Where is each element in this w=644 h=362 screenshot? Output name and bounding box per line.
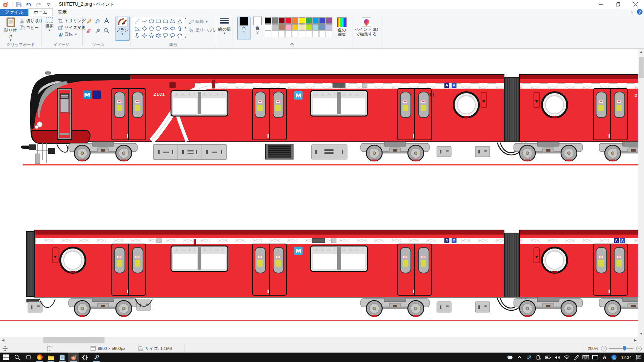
palette-empty-3[interactable] [285,31,292,37]
language-sphere-icon[interactable] [609,353,618,362]
line-width-button[interactable]: 線の幅 ▼ [217,17,232,35]
taskbar-paint[interactable] [68,353,79,362]
palette-swatch-6[interactable] [306,24,312,31]
taskbar-steam[interactable] [91,353,102,362]
palette-swatch-5[interactable] [299,24,305,31]
redo-icon[interactable] [35,1,42,8]
color2-button[interactable]: 色2 [251,17,264,39]
battery-icon[interactable] [543,353,552,362]
volume-icon[interactable] [553,353,562,362]
select-button[interactable]: 選択 ▼ [43,17,56,32]
palette-empty-2[interactable] [278,31,285,37]
palette-empty-9[interactable] [326,31,332,37]
ime-mode-icon[interactable]: A [600,353,609,362]
shape-rounded-rectangle[interactable] [163,18,169,25]
palette-empty-0[interactable] [265,31,271,37]
vertical-scrollbar[interactable]: ▲ ▼ [638,49,644,337]
shape-left-arrow[interactable] [170,26,176,32]
palette-swatch-8[interactable] [319,17,326,24]
minimize-button[interactable] [592,0,609,9]
task-view-button[interactable] [23,353,34,362]
zoom-slider-thumb[interactable] [623,346,626,351]
scroll-left-icon[interactable]: ◀ [0,337,6,343]
taskbar-firefox[interactable] [34,353,45,362]
shape-hexagon[interactable] [155,26,161,32]
pencil-button[interactable] [86,18,92,25]
shapes-scroll-down-icon[interactable]: ▼ [184,26,187,29]
palette-empty-7[interactable] [312,31,319,37]
palette-empty-4[interactable] [292,31,298,37]
restore-button[interactable] [609,0,627,9]
paste-button[interactable]: 貼り付け ▼ [3,17,18,41]
scroll-up-icon[interactable]: ▲ [638,49,644,55]
shape-rounded-callout[interactable] [163,33,169,39]
tab-view[interactable]: 表示 [53,9,72,16]
shape-down-arrow[interactable] [134,33,140,39]
paint-canvas[interactable]: 2101 2 [0,49,638,337]
palette-empty-1[interactable] [272,31,278,37]
usb-device-icon[interactable] [534,353,543,362]
shape-triangle[interactable] [177,18,183,25]
magnifier-button[interactable] [104,28,109,34]
tab-home[interactable]: ホーム [28,8,53,16]
scroll-right-icon[interactable]: ▶ [632,337,638,343]
shape-oval[interactable] [148,18,154,25]
shapes-more-icon[interactable]: ▼ [184,36,187,38]
brush-button[interactable]: ブラシ ▼ [115,17,130,41]
palette-swatch-7[interactable] [312,17,319,24]
color1-button[interactable]: 色1 [237,17,251,40]
wifi-icon[interactable] [562,353,571,362]
taskbar-settings[interactable] [79,353,91,362]
save-icon[interactable] [15,1,22,8]
start-button[interactable] [0,353,11,362]
palette-empty-6[interactable] [306,31,312,37]
pen-icon[interactable] [572,353,581,362]
palette-swatch-9[interactable] [326,17,332,24]
palette-swatch-4[interactable] [292,24,298,31]
shape-diamond[interactable] [141,26,147,32]
scroll-down-icon[interactable]: ▼ [638,331,644,337]
copy-button[interactable]: コピー [20,25,39,31]
color-picker-button[interactable] [95,28,101,34]
help-button[interactable]: ? [637,9,642,15]
palette-swatch-1[interactable] [272,24,278,31]
shape-right-triangle[interactable] [134,26,140,32]
steam-tray-icon[interactable] [524,353,533,362]
zoom-slider[interactable] [609,346,633,351]
zoom-out-button[interactable]: − [601,346,607,351]
touchpad-icon[interactable] [590,353,599,362]
shape-outline-button[interactable]: 輪郭▼ [189,19,208,25]
shape-five-point-star[interactable] [148,33,154,39]
palette-swatch-9[interactable] [326,24,332,31]
zoom-in-button[interactable]: + [636,346,642,351]
cut-button[interactable]: 切り取り [20,18,43,24]
shape-rectangle[interactable] [155,18,161,25]
palette-swatch-3[interactable] [285,17,292,24]
palette-swatch-6[interactable] [306,17,312,24]
palette-swatch-1[interactable] [272,17,278,24]
resize-button[interactable]: サイズ変更 [58,25,86,31]
shape-curve[interactable] [141,18,147,25]
shape-four-point-star[interactable] [141,33,147,39]
clock[interactable]: 12:34 [619,353,634,362]
palette-empty-8[interactable] [319,31,326,37]
taskbar-notepad[interactable] [57,353,68,362]
shape-polygon[interactable] [170,18,176,25]
qat-customize-chevron-down-icon[interactable] [45,1,52,8]
action-center-icon[interactable] [634,353,643,362]
weather-icon[interactable] [506,353,515,362]
crop-button[interactable]: トリミング [58,18,86,24]
touch-keyboard-icon[interactable] [581,353,590,362]
edit-colors-button[interactable]: 色の編集 [334,17,349,37]
horizontal-scroll-thumb[interactable] [43,337,105,343]
paint3d-button[interactable]: ペイント 3Dで編集する [354,17,379,36]
palette-empty-5[interactable] [299,31,305,37]
hidden-icons-chevron-up-icon[interactable] [515,353,524,362]
shape-six-point-star[interactable] [155,33,161,39]
search-button[interactable] [11,353,23,362]
fill-bucket-button[interactable] [95,18,101,25]
shape-right-arrow[interactable] [163,26,169,32]
shape-fill-button[interactable]: 塗りつぶし▼ [189,27,221,33]
palette-swatch-2[interactable] [278,17,285,24]
shape-oval-callout[interactable] [170,33,176,39]
